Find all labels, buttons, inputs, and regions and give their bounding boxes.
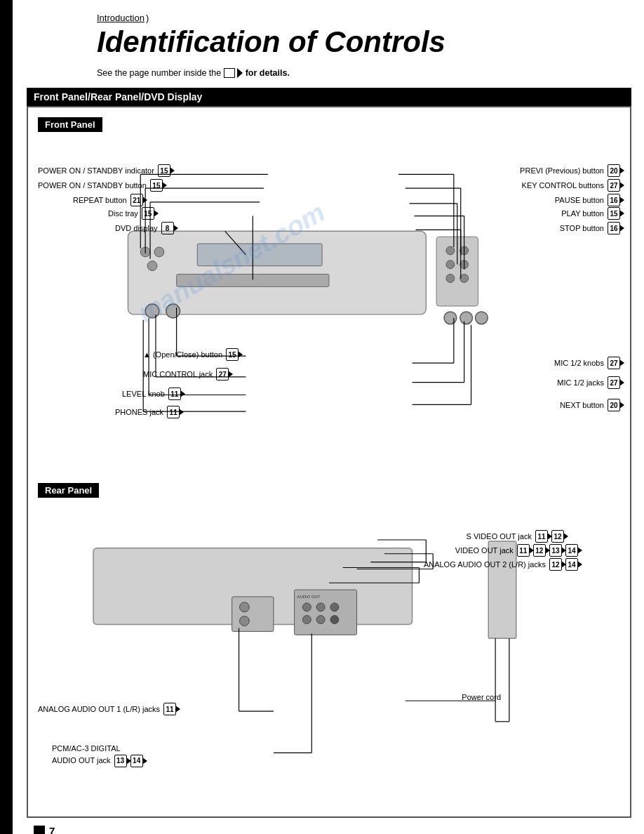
- badge-dvd-display: 8: [161, 222, 174, 234]
- svg-text:AUDIO OUT: AUDIO OUT: [297, 595, 321, 599]
- callout-analog-audio-2: ANALOG AUDIO OUT 2 (L/R) jacks 12 14: [424, 558, 578, 571]
- badge-video-11: 11: [517, 544, 530, 557]
- subtitle-prefix: See the page number inside the: [97, 68, 221, 78]
- badge-level-knob: 11: [168, 388, 181, 400]
- rear-panel-section: Rear Panel AUDIO OUT: [38, 483, 620, 807]
- callout-video-out: VIDEO OUT jack 11 12 13 14: [455, 544, 578, 557]
- badge-mic-knobs: 27: [608, 357, 620, 369]
- badge-power-button: 15: [150, 179, 163, 192]
- svg-point-57: [302, 603, 311, 611]
- badge-phones-jack: 11: [167, 406, 180, 418]
- svg-point-8: [460, 246, 469, 255]
- arrow-shape-icon: [237, 68, 243, 78]
- svg-point-4: [154, 247, 164, 257]
- callout-stop: STOP button 16: [560, 222, 620, 234]
- badge-mic-jacks: 27: [608, 376, 620, 389]
- badge-analog2-12: 12: [549, 558, 562, 571]
- diagram-box: manualsnet.com Front Panel: [27, 106, 631, 818]
- svg-point-11: [446, 274, 455, 283]
- content-area: Introduction ) Identification of Control…: [20, 0, 644, 834]
- page-number-area: 7: [27, 825, 631, 834]
- badge-s-video-11: 11: [535, 530, 548, 543]
- callout-pcm-digital: PCM/AC-3 DIGITALAUDIO OUT jack 13 14: [52, 743, 143, 767]
- callout-key-control: KEY CONTROL buttons 27: [522, 179, 620, 192]
- callout-prev: PREVI (Previous) button 20: [520, 164, 620, 177]
- badge-video-14: 14: [565, 544, 578, 557]
- svg-point-9: [446, 260, 455, 269]
- badge-analog2-14: 14: [565, 558, 578, 571]
- callout-power-button: POWER ON / STANDBY button 15: [38, 179, 163, 192]
- badge-repeat: 21: [130, 194, 143, 206]
- svg-point-14: [166, 304, 180, 318]
- front-panel-diagram: POWER ON / STANDBY indicator 15 POWER ON…: [38, 139, 620, 476]
- callout-disc-tray: Disc tray 15: [108, 207, 154, 220]
- badge-pcm-14: 14: [130, 755, 143, 767]
- callout-analog-audio-1: ANALOG AUDIO OUT 1 (L/R) jacks 11: [38, 703, 176, 715]
- breadcrumb: Introduction ): [27, 13, 631, 23]
- callout-mic-jacks: MIC 1/2 jacks 27: [557, 376, 620, 389]
- callout-power-cord: Power cord: [462, 693, 501, 701]
- svg-point-15: [444, 312, 457, 324]
- rear-panel-diagram: AUDIO OUT: [38, 505, 620, 807]
- page-title: Identification of Controls: [27, 26, 631, 58]
- badge-stop: 16: [608, 222, 620, 234]
- callout-s-video: S VIDEO OUT jack 11 12: [467, 530, 564, 543]
- subtitle-instruction: See the page number inside the for detai…: [27, 68, 631, 78]
- callout-pause: PAUSE button 16: [555, 194, 620, 206]
- page-number: 7: [49, 825, 55, 834]
- badge-play: 15: [608, 207, 620, 220]
- svg-point-7: [446, 246, 455, 255]
- svg-rect-1: [197, 244, 322, 266]
- svg-point-54: [240, 616, 250, 626]
- badge-video-12: 12: [533, 544, 546, 557]
- svg-point-17: [475, 312, 488, 324]
- left-bar: [0, 0, 13, 834]
- svg-rect-6: [436, 237, 478, 306]
- svg-line-26: [225, 231, 246, 255]
- badge-prev: 20: [608, 164, 620, 177]
- badge-next: 20: [608, 399, 620, 411]
- front-panel-section: Front Panel: [38, 117, 620, 476]
- svg-point-58: [316, 603, 325, 611]
- callout-mic-knobs: MIC 1/2 knobs 27: [554, 357, 620, 369]
- svg-point-59: [330, 603, 339, 611]
- svg-point-5: [147, 261, 157, 271]
- breadcrumb-arrow: ): [146, 13, 149, 23]
- badge-disc-tray: 15: [142, 207, 154, 220]
- callout-repeat: REPEAT button 21: [73, 194, 143, 206]
- badge-analog1-11: 11: [163, 703, 176, 715]
- svg-rect-52: [232, 597, 274, 631]
- callout-play: PLAY button 15: [561, 207, 620, 220]
- svg-point-62: [330, 616, 339, 624]
- callout-phones-jack: PHONES jack 11: [115, 406, 180, 418]
- callout-dvd-display: DVD display 8: [115, 222, 174, 234]
- badge-pause: 16: [608, 194, 620, 206]
- svg-point-3: [140, 247, 150, 257]
- svg-point-10: [460, 260, 469, 269]
- svg-rect-51: [93, 548, 412, 625]
- badge-key-control: 27: [608, 179, 620, 192]
- page-container: Introduction ) Identification of Control…: [0, 0, 644, 834]
- svg-point-60: [302, 616, 311, 624]
- svg-point-16: [460, 312, 473, 324]
- breadcrumb-label: Introduction: [97, 13, 145, 23]
- section-header: Front Panel/Rear Panel/DVD Display: [27, 88, 631, 106]
- svg-rect-55: [295, 590, 357, 635]
- badge-s-video-12: 12: [551, 530, 564, 543]
- callout-power-indicator: POWER ON / STANDBY indicator 15: [38, 164, 170, 177]
- svg-rect-0: [128, 231, 426, 315]
- badge-open-close: 15: [226, 348, 239, 361]
- callout-level-knob: LEVEL knob 11: [122, 388, 181, 400]
- callout-open-close: ▲ (Open/Close) button 15: [143, 348, 239, 361]
- badge-mic-control: 27: [216, 368, 229, 380]
- svg-point-61: [316, 616, 325, 624]
- svg-point-53: [240, 602, 250, 612]
- front-panel-label: Front Panel: [38, 117, 102, 132]
- rear-panel-label: Rear Panel: [38, 483, 99, 498]
- svg-point-12: [460, 274, 469, 283]
- page-number-icon: [34, 826, 45, 834]
- badge-power-indicator: 15: [158, 164, 170, 177]
- badge-video-13: 13: [549, 544, 562, 557]
- callout-mic-control: MIC CONTROL jack 27: [143, 368, 229, 380]
- svg-rect-2: [177, 274, 329, 287]
